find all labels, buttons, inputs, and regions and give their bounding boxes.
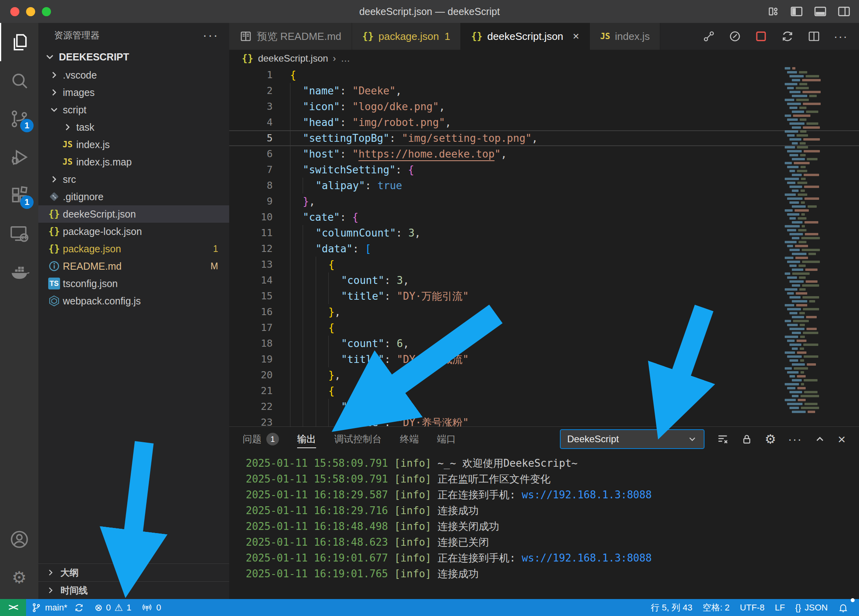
close-tab-icon[interactable]: × xyxy=(573,30,579,43)
tree-item-deekeScript.json[interactable]: {}deekeScript.json xyxy=(38,205,229,223)
minimap[interactable] xyxy=(785,67,827,423)
panel-tab-端口[interactable]: 端口 xyxy=(437,427,456,451)
panel-tab-调试控制台[interactable]: 调试控制台 xyxy=(334,427,382,451)
code-line-18[interactable]: 18"count": 6, xyxy=(229,336,859,351)
toggle-sidebar-icon[interactable] xyxy=(790,6,803,17)
tree-item-images[interactable]: images xyxy=(38,84,229,101)
maximize-panel-icon[interactable] xyxy=(814,433,826,445)
code-line-6[interactable]: 6"host": "https://home.deeke.top", xyxy=(229,146,859,162)
tab-package.json[interactable]: {}package.json1 xyxy=(352,23,461,50)
accounts-icon[interactable] xyxy=(0,520,38,558)
code-line-9[interactable]: 9}, xyxy=(229,193,859,209)
websocket-url[interactable]: ws://192.168.1.3:8088 xyxy=(522,552,652,564)
tree-item-webpack.config.js[interactable]: webpack.config.js xyxy=(38,292,229,310)
explorer-icon[interactable] xyxy=(0,23,38,61)
code-line-19[interactable]: 19"title": "DY·同行截流" xyxy=(229,351,859,367)
encoding[interactable]: UTF-8 xyxy=(735,599,770,616)
code-line-15[interactable]: 15"title": "DY·万能引流" xyxy=(229,288,859,304)
tree-item-package.json[interactable]: {}package.json1 xyxy=(38,240,229,257)
close-panel-icon[interactable]: × xyxy=(838,432,846,447)
code-line-13[interactable]: 13{ xyxy=(229,257,859,272)
docker-icon[interactable] xyxy=(0,253,38,291)
run-debug-icon[interactable] xyxy=(0,138,38,176)
split-editor-icon[interactable] xyxy=(808,30,820,43)
indentation[interactable]: 空格: 2 xyxy=(697,599,735,616)
tab-index.js[interactable]: JSindex.js xyxy=(590,23,660,50)
code-line-3[interactable]: 3"icon": "logo/dke.png", xyxy=(229,99,859,115)
code-line-5[interactable]: 5"settingTopBg": "img/setting-top.png", xyxy=(229,130,859,146)
code-line-14[interactable]: 14"count": 3, xyxy=(229,272,859,288)
clear-output-icon[interactable] xyxy=(716,433,729,445)
remote-explorer-icon[interactable] xyxy=(0,214,38,253)
code-line-12[interactable]: 12"data": [ xyxy=(229,241,859,257)
tree-item-index.js.map[interactable]: JSindex.js.map xyxy=(38,153,229,171)
close-window-button[interactable] xyxy=(10,7,19,16)
ports-item[interactable]: 0 xyxy=(136,599,166,616)
code-line-8[interactable]: 8"alipay": true xyxy=(229,178,859,193)
tree-item-.vscode[interactable]: .vscode xyxy=(38,66,229,84)
project-root-row[interactable]: DEEKESCRIPT xyxy=(38,47,229,66)
breadcrumb-more[interactable]: … xyxy=(341,53,350,64)
tree-item-tsconfig.json[interactable]: TStsconfig.json xyxy=(38,275,229,292)
customize-layout-icon[interactable] xyxy=(767,6,779,17)
panel-tab-问题[interactable]: 问题1 xyxy=(243,427,279,451)
tab-deekeScript.json[interactable]: {}deekeScript.json× xyxy=(461,23,590,50)
git-branch-item[interactable]: main* xyxy=(26,599,89,616)
tab-预览 README.md[interactable]: 预览 README.md xyxy=(229,23,352,50)
tree-item-src[interactable]: src xyxy=(38,171,229,188)
sidebar-more-icon[interactable]: ··· xyxy=(203,28,219,43)
references-icon[interactable] xyxy=(703,30,715,43)
tree-item-README.md[interactable]: README.mdM xyxy=(38,257,229,275)
panel-more-icon[interactable]: ··· xyxy=(788,432,802,446)
code-line-1[interactable]: 1{ xyxy=(229,67,859,83)
tree-item-script[interactable]: script xyxy=(38,101,229,118)
errors-icon: ⊗ xyxy=(94,602,102,613)
tree-item-task[interactable]: task xyxy=(38,118,229,136)
lock-icon[interactable] xyxy=(741,433,753,445)
code-line-10[interactable]: 10"cate": { xyxy=(229,209,859,225)
code-line-21[interactable]: 21{ xyxy=(229,383,859,399)
eol[interactable]: LF xyxy=(770,599,790,616)
code-editor[interactable]: 1{2"name": "Deeke",3"icon": "logo/dke.pn… xyxy=(229,67,859,427)
source-control-icon[interactable]: 1 xyxy=(0,100,38,138)
code-line-7[interactable]: 7"switchSetting": { xyxy=(229,162,859,178)
code-line-20[interactable]: 20}, xyxy=(229,367,859,383)
link-icon[interactable] xyxy=(729,30,741,43)
notifications-bell-icon[interactable] xyxy=(833,599,853,616)
code-line-22[interactable]: 22"count": 3, xyxy=(229,399,859,415)
timeline-section[interactable]: 时间线 xyxy=(38,581,229,599)
outline-section[interactable]: 大纲 xyxy=(38,563,229,581)
errorlens-square-icon[interactable] xyxy=(755,30,767,43)
code-line-23[interactable]: 23"title": "DY·养号涨粉" xyxy=(229,415,859,427)
tree-item-index.js[interactable]: JSindex.js xyxy=(38,136,229,153)
cursor-position[interactable]: 行 5, 列 43 xyxy=(646,599,697,616)
language-mode[interactable]: {} JSON xyxy=(790,599,833,616)
code-line-11[interactable]: 11"columnCount": 3, xyxy=(229,225,859,241)
more-actions-icon[interactable]: ··· xyxy=(834,30,848,43)
panel-tab-输出[interactable]: 输出 xyxy=(297,427,316,451)
search-icon[interactable] xyxy=(0,61,38,100)
code-line-4[interactable]: 4"head": "img/robot.png", xyxy=(229,115,859,130)
code-line-2[interactable]: 2"name": "Deeke", xyxy=(229,83,859,99)
minimize-window-button[interactable] xyxy=(26,7,35,16)
tree-item-.gitignore[interactable]: .gitignore xyxy=(38,188,229,205)
sync-icon[interactable] xyxy=(781,30,794,43)
json-file-icon: {} xyxy=(242,53,253,64)
settings-gear-icon[interactable]: ⚙ xyxy=(0,558,38,597)
panel-settings-icon[interactable]: ⚙ xyxy=(765,433,776,445)
panel-tab-终端[interactable]: 终端 xyxy=(400,427,419,451)
output-log[interactable]: 2025-01-11 15:58:09.791 [info] ~_~ 欢迎使用D… xyxy=(229,451,859,599)
problems-item[interactable]: ⊗ 0 ⚠ 1 xyxy=(89,599,136,616)
output-channel-select[interactable]: DeekeScript xyxy=(560,429,705,449)
tree-item-package-lock.json[interactable]: {}package-lock.json xyxy=(38,223,229,240)
code-line-17[interactable]: 17{ xyxy=(229,320,859,336)
toggle-panel-icon[interactable] xyxy=(814,6,827,17)
code-line-16[interactable]: 16}, xyxy=(229,304,859,320)
toggle-secondary-sidebar-icon[interactable] xyxy=(838,6,850,17)
extensions-icon[interactable]: 1 xyxy=(0,176,38,214)
websocket-url[interactable]: ws://192.168.1.3:8088 xyxy=(522,489,652,501)
breadcrumb[interactable]: {} deekeScript.json › … xyxy=(229,50,350,67)
remote-indicator[interactable]: >< xyxy=(0,599,26,616)
breadcrumb-file[interactable]: deekeScript.json xyxy=(258,53,328,64)
maximize-window-button[interactable] xyxy=(42,7,51,16)
